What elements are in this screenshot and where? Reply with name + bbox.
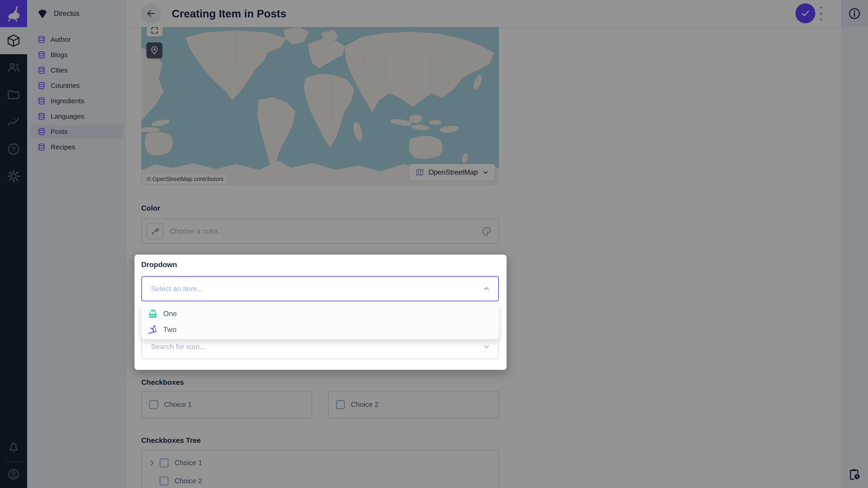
chevron-up-icon — [483, 285, 491, 293]
icon-search-placeholder: Search for icon... — [151, 343, 206, 351]
modal-overlay[interactable] — [0, 0, 868, 488]
dropdown-field-label: Dropdown — [141, 260, 177, 269]
dropdown-placeholder: Select an item... — [151, 285, 203, 293]
chevron-down-icon — [483, 343, 491, 351]
dropdown-option-two[interactable]: Two — [142, 322, 499, 337]
hot-tub-icon — [148, 308, 158, 319]
dropdown-option-one[interactable]: One — [142, 306, 499, 322]
dropdown-field-card: Dropdown Select an item... One — [134, 255, 506, 370]
dropdown-select[interactable]: Select an item... — [141, 276, 499, 301]
dropdown-menu: One Two — [141, 303, 499, 339]
skiing-icon — [148, 324, 158, 334]
